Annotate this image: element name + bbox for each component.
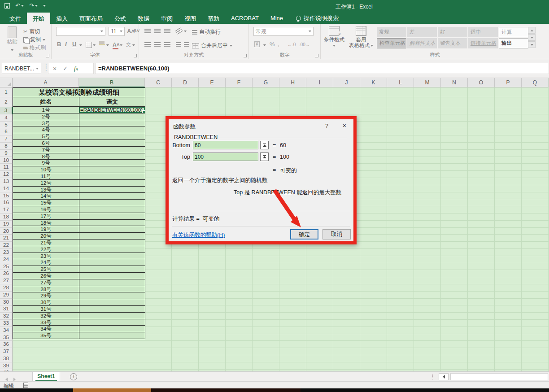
cell-B15[interactable] <box>79 187 145 193</box>
cell-B20[interactable] <box>79 220 145 226</box>
ribbon-tab-开始[interactable]: 开始 <box>27 13 50 24</box>
column-header-E[interactable]: E <box>199 78 226 87</box>
ribbon-tab-文件[interactable]: 文件 <box>4 13 27 24</box>
row-header-2[interactable]: 2 <box>0 97 13 107</box>
column-header-J[interactable]: J <box>333 78 360 87</box>
align-top-icon[interactable] <box>144 29 151 33</box>
cell-B16[interactable] <box>79 193 145 199</box>
column-header-N[interactable]: N <box>441 78 468 87</box>
row-header-27[interactable]: 27 <box>0 277 13 284</box>
font-size-combo[interactable]: 11 <box>109 27 125 36</box>
cut-button[interactable]: ✂ 剪切 <box>23 28 40 35</box>
cell-A32[interactable]: 30号 <box>13 299 79 305</box>
cell-A23[interactable]: 21号 <box>13 240 79 246</box>
row-header-6[interactable]: 6 <box>0 128 13 135</box>
align-right-icon[interactable] <box>164 42 170 47</box>
column-header-C[interactable]: C <box>145 78 172 87</box>
row-header-24[interactable]: 24 <box>0 256 13 263</box>
active-cell-B3[interactable]: =RANDBETWEEN(60,100) <box>79 107 145 113</box>
row-header-8[interactable]: 8 <box>0 143 13 150</box>
row-header-36[interactable]: 36 <box>0 341 13 348</box>
row-header-19[interactable]: 19 <box>0 221 13 228</box>
cell-B23[interactable] <box>79 240 145 246</box>
cell-A36[interactable]: 34号 <box>13 326 79 332</box>
row-header-11[interactable]: 11 <box>0 164 13 171</box>
fill-handle[interactable] <box>142 110 145 113</box>
row-header-23[interactable]: 23 <box>0 249 13 256</box>
cell-B31[interactable] <box>79 292 145 299</box>
redo-button[interactable]: ↷ <box>29 2 38 9</box>
accounting-format-button[interactable]: ¥ <box>254 41 260 47</box>
row-header-3[interactable]: 3 <box>0 107 13 114</box>
font-name-combo[interactable] <box>56 27 105 36</box>
cell-A5[interactable]: 3号 <box>13 120 79 126</box>
cell-A19[interactable]: 17号 <box>13 213 79 219</box>
cell-A21[interactable]: 19号 <box>13 226 79 232</box>
row-header-1[interactable]: 1 <box>0 87 13 97</box>
row-header-18[interactable]: 18 <box>0 213 13 221</box>
dialog-close-button[interactable]: × <box>343 122 346 129</box>
clipboard-dialog-launcher[interactable] <box>46 54 49 57</box>
cell-A18[interactable]: 16号 <box>13 206 79 213</box>
column-header-A[interactable]: A <box>13 78 79 87</box>
cell-style-7[interactable]: 警告文本 <box>438 38 467 48</box>
ribbon-tab-页面布局[interactable]: 页面布局 <box>74 13 109 24</box>
cell-B28[interactable] <box>79 273 145 279</box>
arg-bottom-input[interactable]: 60 <box>193 141 258 149</box>
cell-B12[interactable] <box>79 166 145 173</box>
undo-button[interactable]: ↶ <box>15 2 24 9</box>
ribbon-tab-ACROBAT[interactable]: ACROBAT <box>225 13 265 24</box>
row-header-4[interactable]: 4 <box>0 114 13 122</box>
row-header-29[interactable]: 29 <box>0 292 13 299</box>
cell-B37[interactable] <box>79 332 145 339</box>
cell-A13[interactable]: 11号 <box>13 173 79 179</box>
cell-A28[interactable]: 26号 <box>13 273 79 279</box>
function-help-link[interactable]: 有关该函数的帮助(H) <box>172 231 225 239</box>
cell-B29[interactable] <box>79 279 145 286</box>
header-cell-name[interactable]: 姓名 <box>13 97 79 106</box>
increase-decimal-button[interactable]: ←.0 <box>288 42 296 47</box>
select-all-corner[interactable] <box>0 78 13 87</box>
cell-B25[interactable] <box>79 253 145 259</box>
cell-A17[interactable]: 15号 <box>13 200 79 206</box>
cell-A9[interactable]: 7号 <box>13 147 79 153</box>
dialog-help-button[interactable]: ? <box>325 123 328 129</box>
row-header-30[interactable]: 30 <box>0 299 13 306</box>
row-header-20[interactable]: 20 <box>0 228 13 235</box>
cell-A14[interactable]: 12号 <box>13 180 79 186</box>
row-header-32[interactable]: 32 <box>0 313 13 320</box>
cell-style-8[interactable]: 链接单元格 <box>468 38 498 48</box>
row-header-25[interactable]: 25 <box>0 263 13 270</box>
cell-A15[interactable]: 13号 <box>13 187 79 193</box>
save-button[interactable] <box>4 3 10 9</box>
cell-A25[interactable]: 23号 <box>13 253 79 259</box>
number-format-combo[interactable]: 常规 <box>253 27 314 36</box>
accessibility-icon[interactable] <box>23 383 28 388</box>
add-sheet-button[interactable]: + <box>70 373 77 380</box>
column-header-O[interactable]: O <box>468 78 495 87</box>
format-painter-button[interactable]: 格式刷 <box>23 44 46 52</box>
column-header-M[interactable]: M <box>414 78 441 87</box>
confirm-entry-button[interactable]: ✓ <box>63 65 68 72</box>
cell-A24[interactable]: 22号 <box>13 246 79 253</box>
cell-style-3[interactable]: 适中 <box>468 27 498 37</box>
cell-B34[interactable] <box>79 313 145 319</box>
underline-button[interactable]: U <box>72 41 76 48</box>
cell-B17[interactable] <box>79 200 145 206</box>
cell-style-0[interactable]: 常规 <box>377 27 406 37</box>
cell-B35[interactable] <box>79 319 145 326</box>
row-header-38[interactable]: 38 <box>0 355 13 362</box>
cell-A3[interactable]: 1号 <box>13 107 79 113</box>
row-header-5[interactable]: 5 <box>0 122 13 129</box>
cancel-entry-button[interactable]: × <box>53 65 57 72</box>
paste-button[interactable]: 粘贴 <box>4 26 20 54</box>
column-header-B[interactable]: B <box>79 78 145 87</box>
cell-A26[interactable]: 24号 <box>13 259 79 266</box>
row-header-39[interactable]: 39 <box>0 362 13 370</box>
cell-B32[interactable] <box>79 299 145 305</box>
row-header-34[interactable]: 34 <box>0 327 13 334</box>
column-header-Q[interactable]: Q <box>522 78 549 87</box>
number-dialog-launcher[interactable] <box>315 54 318 57</box>
ribbon-tab-插入[interactable]: 插入 <box>50 13 74 24</box>
hscroll-left-button[interactable] <box>439 373 449 380</box>
